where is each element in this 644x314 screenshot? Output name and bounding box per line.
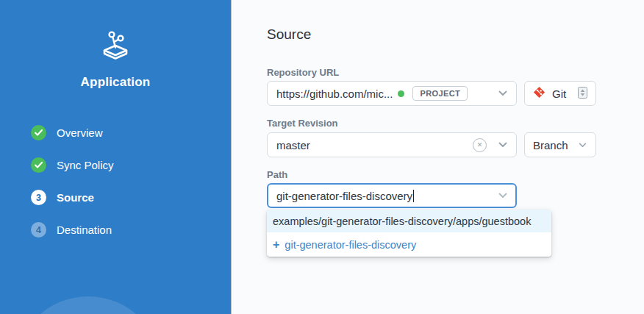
repository-url-value: https://github.com/mic... <box>276 88 393 100</box>
step-number-badge: 4 <box>31 222 46 238</box>
path-suggestions-dropdown: examples/git-generator-files-discovery/a… <box>267 210 551 257</box>
revision-type-value: Branch <box>533 139 568 151</box>
wizard-title: Application <box>0 75 231 90</box>
target-revision-value: master <box>276 139 310 151</box>
clear-icon[interactable]: ✕ <box>473 138 487 152</box>
repo-type-selector[interactable]: Git <box>524 81 596 106</box>
chevron-down-icon[interactable] <box>498 142 507 148</box>
page-title: Source <box>267 26 311 43</box>
check-icon <box>31 157 46 173</box>
git-logo-icon <box>533 86 545 101</box>
suggestion-text: examples/git-generator-files-discovery/a… <box>273 215 531 227</box>
repository-url-input[interactable]: https://github.com/mic... PROJECT <box>267 81 517 106</box>
suggestion-item-create[interactable]: + git-generator-files-discovery <box>267 232 551 257</box>
target-revision-input[interactable]: master ✕ <box>267 132 517 157</box>
source-step-panel: Source Repository URL https://github.com… <box>232 0 644 314</box>
plus-icon: + <box>273 238 279 251</box>
suggestion-text: git-generator-files-discovery <box>285 239 416 251</box>
target-revision-label: Target Revision <box>267 118 338 129</box>
chevron-down-icon[interactable] <box>579 143 587 148</box>
path-value: git-generator-files-discovery <box>276 190 412 202</box>
path-label: Path <box>267 169 287 180</box>
step-sync-policy[interactable]: Sync Policy <box>31 157 231 173</box>
wizard-sidebar: Application Overview Sync Policy 3 Sourc… <box>0 0 232 314</box>
chevron-down-icon[interactable] <box>498 193 507 199</box>
select-stepper-icon[interactable] <box>578 87 587 101</box>
decorative-circle <box>15 296 162 314</box>
step-source[interactable]: 3 Source <box>31 190 231 205</box>
step-label: Source <box>57 191 94 204</box>
step-overview[interactable]: Overview <box>31 125 231 140</box>
suggestion-item[interactable]: examples/git-generator-files-discovery/a… <box>267 210 551 232</box>
repo-type-value: Git <box>552 88 566 100</box>
revision-type-selector[interactable]: Branch <box>524 132 596 157</box>
connection-status-dot <box>398 90 404 97</box>
step-label: Overview <box>57 126 103 139</box>
step-label: Destination <box>57 224 112 236</box>
project-scope-badge: PROJECT <box>412 86 468 101</box>
step-label: Sync Policy <box>57 159 114 171</box>
repository-url-label: Repository URL <box>267 67 339 78</box>
check-icon <box>31 125 46 140</box>
path-input[interactable]: git-generator-files-discovery <box>267 183 517 208</box>
step-destination[interactable]: 4 Destination <box>31 222 231 238</box>
step-number-badge: 3 <box>31 190 46 205</box>
wizard-steps: Overview Sync Policy 3 Source 4 Destinat… <box>0 125 231 238</box>
text-cursor <box>413 190 414 202</box>
application-wizard: Application Overview Sync Policy 3 Sourc… <box>0 0 644 314</box>
application-box-branch-icon <box>97 26 134 68</box>
chevron-down-icon[interactable] <box>498 90 507 96</box>
